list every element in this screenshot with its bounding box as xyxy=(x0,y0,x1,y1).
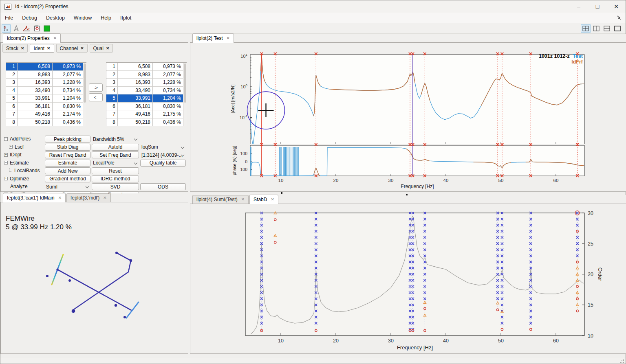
splitter-grip[interactable] xyxy=(406,194,408,195)
table-row[interactable]: 433,4900,734 % xyxy=(6,87,86,95)
set-freq-band-button[interactable]: Set Freq Band xyxy=(92,151,139,158)
dropdown-loqsum[interactable]: loqSum xyxy=(140,144,186,151)
idrc-method-button[interactable]: IDRC method xyxy=(92,175,139,182)
svd-button[interactable]: SVD xyxy=(92,183,139,190)
stabd-tab-0[interactable]: iiplot(4) SumI(Test)✕ xyxy=(192,195,249,204)
close-icon[interactable]: ✕ xyxy=(58,196,62,200)
close-icon[interactable]: ✕ xyxy=(47,46,50,50)
subtab-stack[interactable]: Stack✕ xyxy=(2,44,28,53)
reset-button[interactable]: Reset xyxy=(92,167,139,174)
tree-item-lscf[interactable]: +Lscf xyxy=(9,144,24,150)
legend-idfrf-entry[interactable]: IdFrf xyxy=(571,59,583,65)
tree-item-idopt[interactable]: +IDopt xyxy=(4,152,22,158)
left-pole-table[interactable]: 16,5080,973 %28,9832,077 %316,3931,228 %… xyxy=(6,62,86,126)
table-row[interactable]: 316,3931,228 % xyxy=(106,79,186,87)
ods-button[interactable]: ODS xyxy=(140,183,186,190)
table-row[interactable]: 28,9832,077 % xyxy=(106,71,186,79)
subtab-channel[interactable]: Channel✕ xyxy=(56,44,88,53)
menu-iiplot[interactable]: IIplot xyxy=(116,13,136,23)
fem-wireframe[interactable] xyxy=(1,239,188,353)
close-icon[interactable]: ✕ xyxy=(53,36,57,40)
table-row[interactable]: 28,9832,077 % xyxy=(6,71,86,79)
table-row[interactable]: 533,9911,204 % xyxy=(106,94,186,103)
autoid-button[interactable]: AutoId xyxy=(92,144,139,151)
table-row[interactable]: 636,1810,830 % xyxy=(6,103,86,111)
close-icon[interactable]: ✕ xyxy=(103,196,106,200)
legend-test-entry[interactable]: Test xyxy=(573,53,583,59)
table-row[interactable]: 433,4900,734 % xyxy=(106,87,186,95)
iiplot-icon[interactable] xyxy=(22,24,31,33)
close-icon[interactable]: ✕ xyxy=(271,197,274,202)
table-row[interactable]: 850,2180,436 % xyxy=(106,118,186,127)
menu-file[interactable]: File xyxy=(0,13,18,23)
tab-iiplot-test[interactable]: iiplot(2) Test ✕ xyxy=(192,33,234,43)
dropdown-1-3124-4-0039[interactable]: [1:3124] (4.0039-... xyxy=(140,151,186,158)
layout-rows-icon[interactable] xyxy=(602,24,612,33)
subtab-ident[interactable]: Ident✕ xyxy=(30,44,54,53)
menu-debug[interactable]: Debug xyxy=(18,13,42,23)
feplot-icon[interactable] xyxy=(12,24,21,33)
dropdown-sumi[interactable]: SumI xyxy=(45,183,90,190)
reset-freq-band-button[interactable]: Reset Freq Band xyxy=(45,151,90,158)
transfer-right-button[interactable]: -> xyxy=(89,83,103,92)
expand-icon[interactable]: + xyxy=(9,145,13,149)
expand-icon[interactable]: + xyxy=(4,153,8,157)
dock-arrow-icon[interactable] xyxy=(617,15,622,20)
stabilization-diagram[interactable]: 1020304050601015202530Frequency [Hz]Orde… xyxy=(190,204,626,353)
tab-idcom-properties[interactable]: idcom(2) Properties ✕ xyxy=(3,33,61,43)
titlebar[interactable]: Id - idcom(2) Properties – □ ✕ xyxy=(0,0,626,13)
table-row[interactable]: 16,5080,973 % xyxy=(6,63,86,71)
curve-properties-icon[interactable] xyxy=(2,24,11,33)
report-refresh-icon[interactable] xyxy=(32,24,41,33)
stabd-tab-1[interactable]: StabD✕ xyxy=(249,195,278,204)
right-pole-table[interactable]: 16,5080,973 %28,9832,077 %316,3931,228 %… xyxy=(106,62,187,126)
tree-item-localbands[interactable]: LocalBands xyxy=(9,168,40,173)
resize-grip-icon[interactable] xyxy=(620,358,625,363)
subtab-qual[interactable]: Qual✕ xyxy=(90,44,113,53)
close-button[interactable]: ✕ xyxy=(607,0,626,13)
dropdown-bandwidth-5[interactable]: Bandwidth 5% xyxy=(92,136,139,143)
collapse-icon[interactable]: − xyxy=(4,137,8,141)
layout-single-icon[interactable] xyxy=(613,24,622,33)
table-row[interactable]: 533,9911,204 % xyxy=(6,94,86,103)
tree-item-optimize[interactable]: +Optimize xyxy=(4,176,29,182)
table-row[interactable]: 850,2180,436 % xyxy=(6,118,86,127)
table-row[interactable]: 16,5080,973 % xyxy=(106,63,186,71)
layout-columns-icon[interactable] xyxy=(591,24,601,33)
add-new-button[interactable]: Add New xyxy=(45,167,90,174)
layout-grid-icon[interactable] xyxy=(581,24,591,33)
collapse-icon[interactable]: − xyxy=(4,161,8,164)
close-icon[interactable]: ✕ xyxy=(226,36,229,40)
table-row[interactable]: 316,3931,228 % xyxy=(6,79,86,87)
peak-picking-button[interactable]: Peak picking xyxy=(45,136,90,143)
tree-item-addpoles[interactable]: −AddPoles xyxy=(4,136,31,142)
tree-item-estimate[interactable]: −Estimate xyxy=(4,160,29,166)
minimize-button[interactable]: – xyxy=(569,0,588,13)
close-icon[interactable]: ✕ xyxy=(241,197,245,202)
tree-item-analyze[interactable]: Analyze xyxy=(4,184,28,189)
table-row[interactable]: 749,4162,175 % xyxy=(106,110,186,118)
dropdown-localpole[interactable]: LocalPole xyxy=(92,160,139,167)
right-table-scrollbar[interactable] xyxy=(183,63,187,126)
table-row[interactable]: 636,1810,830 % xyxy=(106,103,186,111)
splitter-grip[interactable] xyxy=(281,192,282,194)
maximize-button[interactable]: □ xyxy=(588,0,607,13)
stab-diag-button[interactable]: Stab Diag xyxy=(45,144,90,151)
menu-window[interactable]: Window xyxy=(69,13,96,23)
close-icon[interactable]: ✕ xyxy=(21,46,24,50)
color-swatch-icon[interactable] xyxy=(42,24,51,33)
frf-plot[interactable]: 10110010-11000-100102030405060Frequency … xyxy=(190,43,626,191)
gradient-method-button[interactable]: Gradient method xyxy=(45,175,90,182)
quality-table-button[interactable]: Quality table xyxy=(140,160,186,167)
feplot-tab-0[interactable]: feplot(3,'cax1') IdMain✕ xyxy=(3,193,66,202)
transfer-left-button[interactable]: <- xyxy=(89,93,103,101)
estimate-button[interactable]: Estimate xyxy=(45,160,90,167)
close-icon[interactable]: ✕ xyxy=(80,46,84,50)
menu-help[interactable]: Help xyxy=(96,13,116,23)
table-row[interactable]: 749,4162,174 % xyxy=(6,110,86,118)
feplot-tab-1[interactable]: feplot(3,'mdl')✕ xyxy=(66,193,111,202)
close-icon[interactable]: ✕ xyxy=(106,46,109,50)
expand-icon[interactable]: + xyxy=(4,177,8,180)
menu-desktop[interactable]: Desktop xyxy=(42,13,69,23)
left-table-scrollbar[interactable] xyxy=(83,63,86,126)
